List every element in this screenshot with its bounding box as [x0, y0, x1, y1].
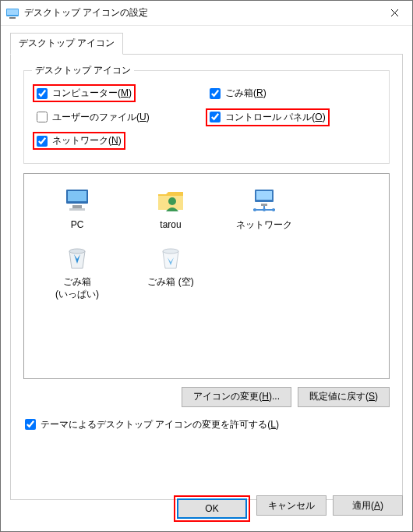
svg-rect-1: [7, 9, 18, 15]
tab-header: デスクトップ アイコン: [10, 33, 403, 55]
highlight-network: ネットワーク(N): [33, 132, 125, 150]
dialog-button-row: OK キャンセル 適用(A): [1, 495, 412, 531]
user-folder-icon: [155, 185, 186, 216]
icon-item-pc[interactable]: PC: [30, 182, 124, 239]
checkbox-grid: コンピューター(M) ごみ箱(R) ユーザーのファイル(U: [34, 82, 379, 154]
icon-item-user-label: tarou: [125, 219, 216, 232]
recycle-empty-icon: [155, 242, 186, 273]
checkbox-computer-label: コンピューター(M): [52, 87, 132, 100]
checkbox-user-files-label: ユーザーのファイル(U): [52, 111, 150, 124]
highlight-ok: OK: [174, 495, 250, 522]
icon-item-recycle-empty-label: ごみ箱 (空): [125, 276, 216, 289]
checkbox-recycle-bin-label: ごみ箱(R): [225, 87, 267, 100]
checkbox-user-files[interactable]: ユーザーのファイル(U): [37, 111, 150, 124]
svg-point-16: [272, 208, 275, 211]
checkbox-computer-input[interactable]: [37, 88, 48, 99]
apply-button[interactable]: 適用(A): [333, 495, 403, 516]
close-button[interactable]: [376, 1, 412, 25]
groupbox-desktop-icons: デスクトップ アイコン コンピューター(M) ごみ: [23, 70, 390, 164]
checkbox-allow-theme-label: テーマによるデスクトップ アイコンの変更を許可する(L): [41, 418, 279, 431]
checkbox-allow-theme[interactable]: テーマによるデスクトップ アイコンの変更を許可する(L): [25, 418, 279, 431]
svg-point-9: [168, 197, 176, 205]
restore-defaults-button[interactable]: 既定値に戻す(S): [298, 387, 390, 407]
icon-item-network-label: ネットワーク: [219, 219, 309, 232]
checkbox-network-input[interactable]: [37, 136, 48, 147]
svg-point-18: [69, 249, 85, 254]
highlight-control-panel: コントロール パネル(O): [206, 108, 330, 126]
icon-grid: PC tarou: [30, 182, 383, 309]
svg-rect-8: [69, 208, 85, 211]
checkbox-computer[interactable]: コンピューター(M): [37, 87, 132, 100]
checkbox-network[interactable]: ネットワーク(N): [37, 134, 122, 147]
change-icon-button[interactable]: アイコンの変更(H)...: [182, 387, 291, 407]
icon-button-row: アイコンの変更(H)... 既定値に戻す(S): [22, 387, 390, 407]
icon-item-user[interactable]: tarou: [124, 182, 217, 239]
groupbox-label: デスクトップ アイコン: [32, 64, 134, 77]
app-icon: [5, 6, 19, 20]
theme-check-row: テーマによるデスクトップ アイコンの変更を許可する(L): [25, 418, 390, 433]
icon-item-pc-label: PC: [32, 219, 122, 232]
svg-rect-11: [256, 191, 272, 200]
checkbox-user-files-input[interactable]: [37, 112, 48, 122]
pc-icon: [62, 185, 93, 216]
icon-item-recycle-empty[interactable]: ごみ箱 (空): [124, 239, 217, 308]
checkbox-recycle-bin-input[interactable]: [210, 88, 221, 99]
svg-rect-12: [261, 204, 267, 206]
titlebar: デスクトップ アイコンの設定: [1, 1, 412, 26]
checkbox-recycle-bin[interactable]: ごみ箱(R): [210, 87, 267, 100]
recycle-full-icon: [62, 242, 93, 273]
icon-item-recycle-full-label: ごみ箱(いっぱい): [32, 276, 122, 300]
checkbox-control-panel-input[interactable]: [210, 112, 221, 122]
close-icon: [390, 9, 399, 17]
tab-panel: デスクトップ アイコン コンピューター(M) ごみ: [10, 54, 403, 500]
cancel-button[interactable]: キャンセル: [256, 495, 327, 516]
svg-point-14: [253, 208, 256, 211]
tab-desktop-icons[interactable]: デスクトップ アイコン: [10, 33, 123, 55]
svg-rect-6: [68, 191, 86, 201]
ok-button[interactable]: OK: [177, 498, 247, 519]
dialog-window: デスクトップ アイコンの設定 デスクトップ アイコン デスクトップ アイコン: [0, 0, 413, 532]
checkbox-control-panel[interactable]: コントロール パネル(O): [210, 111, 326, 124]
checkbox-control-panel-label: コントロール パネル(O): [225, 111, 326, 124]
svg-rect-7: [72, 205, 82, 208]
svg-point-19: [163, 249, 178, 254]
highlight-computer: コンピューター(M): [33, 84, 136, 102]
icon-item-network[interactable]: ネットワーク: [217, 182, 311, 239]
titlebar-text: デスクトップ アイコンの設定: [24, 6, 376, 20]
checkbox-allow-theme-input[interactable]: [25, 419, 36, 430]
icon-listbox[interactable]: PC tarou: [23, 173, 390, 379]
client-area: デスクトップ アイコン デスクトップ アイコン コンピューター(M): [1, 26, 412, 509]
svg-rect-2: [9, 17, 16, 19]
icon-item-recycle-full[interactable]: ごみ箱(いっぱい): [30, 239, 124, 308]
checkbox-network-label: ネットワーク(N): [52, 134, 122, 147]
network-icon: [249, 185, 280, 216]
